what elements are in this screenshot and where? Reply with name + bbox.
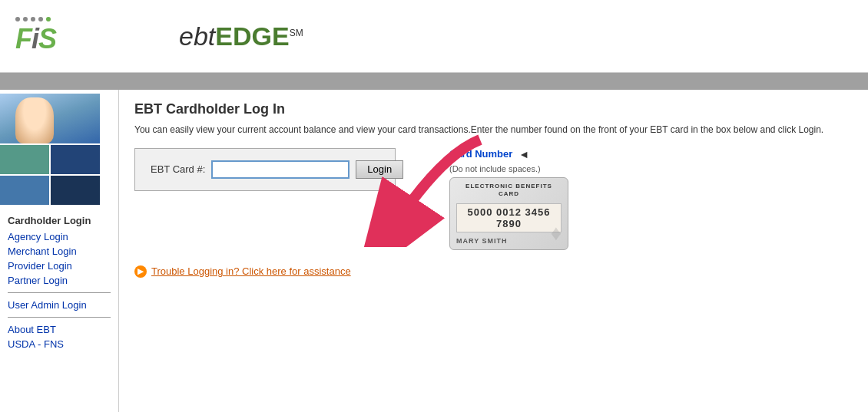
fis-s: S	[38, 23, 56, 54]
card-number-display: 5000 0012 3456 7890	[456, 203, 562, 232]
card-header: ELECTRONIC BENEFITS CARD	[456, 183, 562, 199]
card-name: MARY SMITH	[456, 237, 562, 245]
header: FiS ebtEDGESM	[0, 0, 868, 73]
layout: Cardholder Login Agency Login Merchant L…	[0, 90, 868, 412]
fis-wordmark: FiS	[15, 23, 56, 55]
dot-2	[23, 17, 28, 21]
sidebar-item-about-ebt[interactable]: About EBT	[0, 322, 118, 337]
ebt-card-label: EBT Card #:	[151, 163, 205, 175]
login-form-box: EBT Card #: Login	[134, 148, 396, 191]
sidebar-image-top	[0, 94, 100, 143]
sidebar-tile-1	[0, 145, 49, 174]
fis-dots	[15, 17, 51, 21]
sidebar-item-provider-login[interactable]: Provider Login	[0, 259, 118, 273]
login-button[interactable]: Login	[356, 160, 403, 179]
nav-bar	[0, 73, 868, 90]
sidebar-tile-2	[51, 145, 100, 174]
dot-5	[46, 17, 51, 21]
ebtedge-title: ebtEDGESM	[179, 21, 303, 51]
ebt-card-input[interactable]	[211, 160, 350, 179]
cardholder-login-label: Cardholder Login	[0, 209, 118, 229]
dot-1	[15, 17, 20, 21]
card-watermark: ♦	[551, 221, 562, 246]
sidebar-divider-1	[8, 292, 111, 293]
sidebar-item-user-admin-login[interactable]: User Admin Login	[0, 298, 118, 312]
trouble-link[interactable]: Trouble Logging in? Click here for assis…	[151, 265, 351, 277]
sidebar-item-agency-login[interactable]: Agency Login	[0, 229, 118, 244]
trouble-icon: ▶	[134, 265, 147, 278]
sidebar-image-bottom	[0, 145, 100, 205]
ebt-italic-label: ebt	[179, 21, 215, 51]
edge-label: EDGE	[215, 21, 289, 51]
dot-4	[38, 17, 43, 21]
card-number-label: Card Number	[449, 148, 512, 160]
form-row: EBT Card #: Login	[151, 160, 379, 179]
card-arrow-icon: ◄	[518, 148, 529, 160]
ebt-card-graphic: ELECTRONIC BENEFITS CARD 5000 0012 3456 …	[449, 177, 568, 250]
fis-logo: FiS	[15, 17, 56, 55]
login-area: EBT Card #: Login Card Number ◄ (Do not …	[134, 148, 853, 250]
sidebar: Cardholder Login Agency Login Merchant L…	[0, 90, 119, 412]
fis-f: F	[15, 23, 31, 54]
sidebar-tile-3	[0, 176, 49, 205]
sidebar-item-usda-fns[interactable]: USDA - FNS	[0, 337, 118, 351]
sm-label: SM	[290, 27, 303, 38]
page-title: EBT Cardholder Log In	[134, 101, 853, 117]
card-section: Card Number ◄ (Do not include spaces.) E…	[449, 148, 568, 250]
card-subtitle: (Do not include spaces.)	[449, 164, 541, 173]
sidebar-divider-2	[8, 317, 111, 318]
sidebar-item-partner-login[interactable]: Partner Login	[0, 273, 118, 288]
page-description: You can easily view your current account…	[134, 124, 853, 137]
person-silhouette	[15, 97, 54, 143]
sidebar-item-merchant-login[interactable]: Merchant Login	[0, 244, 118, 259]
card-label-row: Card Number ◄	[449, 148, 529, 160]
main-content: EBT Cardholder Log In You can easily vie…	[119, 90, 868, 412]
trouble-row: ▶ Trouble Logging in? Click here for ass…	[134, 265, 853, 278]
dot-3	[31, 17, 35, 21]
sidebar-tile-4	[51, 176, 100, 205]
